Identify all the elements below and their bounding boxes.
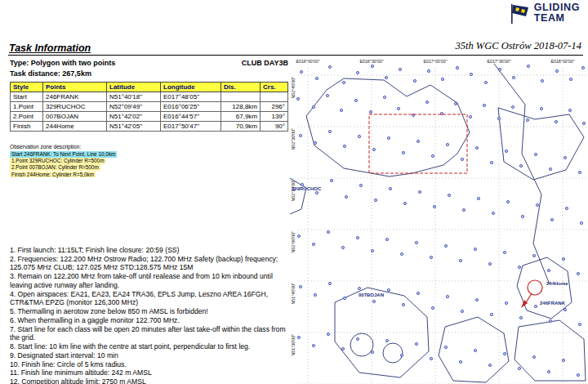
table-cell: 329RUCHOC [43,102,107,112]
waypoint-dot [387,136,390,139]
map-waypoint-label: 246FRANK [540,301,566,306]
waypoint-dot [578,171,581,173]
waypoint-dot [477,197,479,199]
note-line: 7. Start line for each class will be ope… [10,325,293,342]
airspace-outline [335,288,429,377]
waypoint-table: Style Points Latitude Longitude Dis. Crs… [10,82,288,132]
waypoint-dot [490,161,492,163]
header-rule [8,55,583,56]
waypoint-dot [358,135,360,137]
waypoint-dot [425,100,428,103]
table-header-row: Style Points Latitude Longitude Dis. Crs… [11,83,288,92]
waypoint-dot [343,297,345,299]
page-title: Task Information [9,42,91,54]
finish-circle [528,280,542,295]
waypoint-dot [582,122,585,124]
waypoint-dot [459,360,461,363]
note-line: 6. When thermalling in a gaggle monitor … [10,316,293,325]
waypoint-dot [327,333,329,335]
note-line: 10. Finish line: Circle of 5 kms radius. [10,360,293,369]
waypoint-dot [387,288,390,291]
waypoint-dot [296,97,299,100]
waypoint-dot [431,154,434,157]
waypoint-dot [581,66,584,69]
col-distance: Dis. [221,83,261,92]
waypoint-dot [505,301,507,304]
table-row: 1.Point329RUCHOCN52°09'49"E016°06'25"128… [11,102,288,112]
waypoint-dot [456,66,458,69]
waypoint-dot [356,71,359,74]
table-cell: Finish [11,122,43,132]
waypoint-dot [578,323,581,325]
waypoint-dot [415,241,417,243]
waypoint-dot [369,110,372,113]
waypoint-dot [397,107,399,109]
waypoint-dot [371,249,373,252]
airspace-circle [350,333,373,356]
waypoint-dot [564,308,566,310]
waypoint-dot [345,195,347,198]
waypoint-dot [389,187,391,190]
oz-line-start: Start 246FRANK: To Next Point, Line 10,0… [10,151,117,158]
waypoint-dot [492,212,494,214]
waypoint-dot [327,230,329,233]
waypoint-dot [315,77,318,79]
waypoint-dot [312,243,314,245]
oz-line-finish: Finish 244Home: Cylinder R=5,0km [10,172,96,178]
restricted-area-rect [369,114,467,173]
waypoint-dot [541,79,543,82]
latitude-label: N51°30'00" [291,334,296,356]
waypoint-dot [474,248,476,250]
waypoint-dot [532,254,535,257]
latitude-label: N52°00'00" [291,231,296,253]
waypoint-dot [568,109,571,111]
waypoint-dot [341,246,344,248]
waypoint-dot [431,306,434,309]
waypoint-dot [444,346,447,348]
task-type: Type: Polygon with two points [10,59,115,67]
longitude-label: E017°30'00" [487,59,510,64]
map-canvas: E016°00'00"E016°30'00"E017°00'00"E017°30… [290,57,588,384]
waypoint-dot [415,342,417,345]
waypoint-dot [577,272,579,275]
table-cell [221,92,261,102]
waypoint-dot [330,179,332,181]
waypoint-dot [416,292,419,294]
waypoint-dot [469,115,471,118]
waypoint-dot [418,190,421,193]
waypoint-dot [356,236,359,239]
table-cell: 1.Point [11,102,43,112]
note-line: 5. Thermalling in aerotow zone below 850… [10,307,293,316]
latitude-label: N51°45'00" [291,283,296,305]
waypoint-dot [519,164,522,167]
waypoint-dot [555,69,558,72]
waypoint-dot [427,69,430,72]
waypoint-dot [490,313,492,315]
waypoint-dot [562,359,564,361]
waypoint-dot [448,194,450,196]
waypoint-dot [328,282,331,284]
waypoint-dot [402,303,404,306]
table-cell: 296° [261,102,288,112]
waypoint-dot [441,78,443,80]
logo-text: GLIDING TEAM [534,2,580,24]
briefing-notes: 1. First launch: 11:15LT; Finish line cl… [10,246,293,384]
waypoint-dot [385,238,388,240]
note-line: 1. First launch: 11:15LT; Finish line cl… [10,246,293,255]
waypoint-dot [299,134,301,136]
waypoint-dot [536,203,538,206]
table-cell: E017°48'05" [161,92,221,102]
waypoint-dot [577,373,579,376]
latitude-label: N52°45'00" [291,77,296,99]
col-style: Style [11,83,43,92]
waypoint-dot [343,145,345,147]
longitude-label: E016°00'00" [296,59,319,64]
waypoint-dot [580,221,582,224]
waypoint-dot [385,339,388,342]
table-cell: N52°09'49" [107,102,161,112]
waypoint-dot [400,252,403,255]
waypoint-dot [372,300,375,302]
waypoint-dot [356,337,359,340]
airspace-outline [439,317,509,382]
note-line: 3. Remain on 122.200 MHz from take-off u… [10,272,293,289]
